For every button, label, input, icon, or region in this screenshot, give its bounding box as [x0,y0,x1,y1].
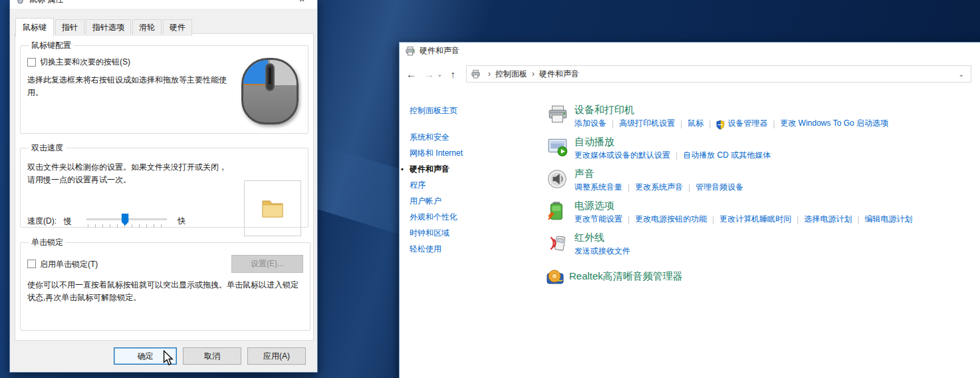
dialog-titlebar[interactable]: 鼠标 属性 ✕ [10,0,317,9]
active-item-bullet: • [401,161,404,177]
link-windows-to-go[interactable]: 更改 Windows To Go 启动选项 [781,118,888,129]
category-autoplay: 自动播放 更改媒体或设备的默认设置 | 自动播放 CD 或其他媒体 [547,135,980,161]
sidebar-item-clock-region[interactable]: 时钟和区域 [410,225,541,241]
category-devices-printers: 设备和打印机 添加设备 | 高级打印机设置 | 鼠标 | 设备管理器 [547,103,980,129]
breadcrumb-separator: › [488,69,491,79]
window-titlebar[interactable]: 硬件和声音 [400,43,980,59]
category-title[interactable]: 红外线 [574,231,630,244]
link-send-receive-files[interactable]: 发送或接收文件 [574,246,630,257]
control-panel-body: 控制面板主页 系统和安全 网络和 Internet • 硬件和声音 程序 用户帐… [400,89,980,295]
link-mouse[interactable]: 鼠标 [687,118,703,129]
click-lock-settings-button[interactable]: 设置(E)... [231,255,303,273]
forward-icon[interactable]: → [424,69,434,80]
breadcrumb-separator: › [532,69,535,79]
click-lock-legend: 单击锁定 [29,237,66,248]
double-click-speed-slider[interactable] [86,212,167,230]
slow-label: 慢 [64,216,72,227]
autoplay-icon [547,136,569,158]
button-config-legend: 鼠标键配置 [29,40,74,51]
power-icon [547,200,569,222]
mouse-illustration [241,58,299,124]
fast-label: 快 [178,216,185,227]
sidebar-item-system-security[interactable]: 系统和安全 [410,129,541,145]
click-lock-checkbox[interactable] [27,260,36,268]
infrared-icon [547,232,569,254]
tab-wheel[interactable]: 滑轮 [132,19,162,36]
sidebar: 控制面板主页 系统和安全 网络和 Internet • 硬件和声音 程序 用户帐… [400,103,541,295]
link-adjust-volume[interactable]: 调整系统音量 [574,182,622,193]
link-choose-power-plan[interactable]: 选择电源计划 [804,214,852,225]
speed-label: 速度(D): [27,216,64,227]
recent-pages-chevron-icon[interactable]: ⌄ [437,71,442,78]
double-click-test-area[interactable] [244,180,301,236]
folder-icon [260,198,285,219]
slider-ticks [88,224,166,228]
sidebar-item-user-accounts[interactable]: 用户帐户 [410,193,541,209]
breadcrumb-hardware-sound[interactable]: 硬件和声音 [539,69,579,80]
tab-pointer-options[interactable]: 指针选项 [86,19,131,36]
category-links: 发送或接收文件 [574,246,630,257]
link-device-manager[interactable]: 设备管理器 [727,118,767,129]
link-separator: | [612,119,614,128]
speaker-icon [547,168,569,190]
link-separator: | [680,119,682,128]
link-separator: | [796,215,798,224]
cancel-button[interactable]: 取消 [183,347,241,365]
category-links: 调整系统音量 | 更改系统声音 | 管理音频设备 [574,182,743,193]
category-sound: 声音 调整系统音量 | 更改系统声音 | 管理音频设备 [547,167,980,193]
realtek-icon [547,268,564,285]
click-lock-description: 使你可以不用一直按着鼠标按钮就可以突出显示或拖拽。单击鼠标以进入锁定状态,再次单… [27,279,303,303]
address-dropdown-chevron-icon[interactable]: ⌄ [956,71,967,78]
apply-button[interactable]: 应用(A) [247,347,306,365]
mouse-buttons-tab-page: 鼠标键配置 切换主要和次要的按钮(S) 选择此复选框来将右按钮设成如选择和拖放等… [15,33,314,341]
tab-mouse-buttons[interactable]: 鼠标键 [15,18,54,37]
sidebar-item-ease-of-access[interactable]: 轻松使用 [410,241,541,257]
link-separator: | [857,215,859,224]
category-power-options: 电源选项 更改节能设置 | 更改电源按钮的功能 | 更改计算机睡眠时间 | 选择… [547,199,980,225]
link-power-button-function[interactable]: 更改电源按钮的功能 [635,214,707,225]
switch-buttons-checkbox[interactable] [27,58,36,67]
link-edit-power-plan[interactable]: 编辑电源计划 [865,214,913,225]
up-icon[interactable]: ↑ [450,69,455,80]
dialog-title: 鼠标 属性 [29,0,63,5]
link-change-power-saving[interactable]: 更改节能设置 [574,214,622,225]
window-title: 硬件和声音 [420,45,459,57]
double-click-legend: 双击速度 [29,142,66,154]
category-links: 更改媒体或设备的默认设置 | 自动播放 CD 或其他媒体 [574,150,771,161]
category-title[interactable]: 设备和打印机 [574,103,888,116]
category-title[interactable]: 声音 [574,167,743,180]
link-manage-audio-devices[interactable]: 管理音频设备 [695,182,743,193]
category-links: 添加设备 | 高级打印机设置 | 鼠标 | 设备管理器 | 更改 [574,118,888,129]
category-links: 更改节能设置 | 更改电源按钮的功能 | 更改计算机睡眠时间 | 选择电源计划 … [574,214,913,225]
link-autoplay-cd[interactable]: 自动播放 CD 或其他媒体 [683,150,771,161]
category-title[interactable]: 自动播放 [574,135,771,148]
close-icon[interactable]: ✕ [292,0,312,4]
cursor-icon [162,350,174,367]
link-advanced-printer-setup[interactable]: 高级打印机设置 [619,118,675,129]
sidebar-item-appearance[interactable]: 外观和个性化 [410,209,541,225]
sidebar-item-network-internet[interactable]: 网络和 Internet [410,145,541,161]
category-title[interactable]: Realtek高清晰音频管理器 [569,268,683,285]
link-separator: | [712,215,714,224]
switch-buttons-label[interactable]: 切换主要和次要的按钮(S) [40,57,130,68]
button-config-group: 鼠标键配置 切换主要和次要的按钮(S) 选择此复选框来将右按钮设成如选择和拖放等… [20,40,308,134]
link-separator: | [675,151,677,160]
button-config-description: 选择此复选框来将右按钮设成如选择和拖放等主要性能使用。 [27,74,233,98]
hardware-sound-icon [405,46,416,57]
link-sleep-time[interactable]: 更改计算机睡眠时间 [719,214,791,225]
link-change-system-sounds[interactable]: 更改系统声音 [635,182,683,193]
category-realtek-audio: Realtek高清晰音频管理器 [547,263,980,289]
back-icon[interactable]: ← [406,69,416,80]
link-change-default-media[interactable]: 更改媒体或设备的默认设置 [574,150,670,161]
click-lock-group: 单击锁定 启用单击锁定(T) 设置(E)... 使你可以不用一直按着鼠标按钮就可… [20,237,310,331]
address-bar[interactable]: › 控制面板 › 硬件和声音 ⌄ [466,65,971,83]
tab-pointers[interactable]: 指针 [55,19,84,36]
breadcrumb-control-panel[interactable]: 控制面板 [495,69,527,80]
click-lock-label[interactable]: 启用单击锁定(T) [40,259,98,270]
link-add-device[interactable]: 添加设备 [574,118,606,129]
sidebar-item-hardware-sound[interactable]: • 硬件和声音 [410,161,541,177]
sidebar-item-programs[interactable]: 程序 [410,177,541,193]
tab-hardware[interactable]: 硬件 [163,19,192,36]
category-title[interactable]: 电源选项 [574,199,913,212]
sidebar-item-home[interactable]: 控制面板主页 [410,103,541,118]
